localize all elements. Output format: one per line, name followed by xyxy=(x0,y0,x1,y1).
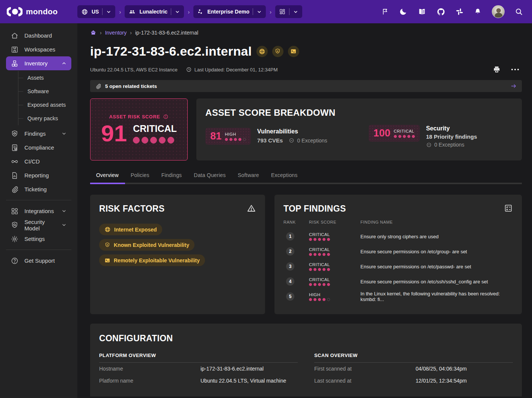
priority-findings-count: 18 Priority findings xyxy=(426,133,477,140)
breadcrumb-home-icon[interactable] xyxy=(90,29,96,36)
asset-risk-score-value: 91 xyxy=(101,122,127,145)
sidebar-item-findings[interactable]: Findings xyxy=(6,127,71,141)
workspaces-icon xyxy=(11,45,19,54)
organization-label: Lunalectric xyxy=(139,9,167,15)
topbar-actions xyxy=(381,5,532,18)
internet-exposed-indicator[interactable] xyxy=(256,46,268,57)
finding-rank: 3 xyxy=(286,262,294,271)
organization-selector[interactable]: Lunalectric xyxy=(125,5,184,18)
tickets-banner-arrow[interactable] xyxy=(510,83,517,89)
finding-rank: 4 xyxy=(286,277,294,286)
sidebar-item-settings[interactable]: Settings xyxy=(6,232,71,246)
finding-name: In the Linux kernel, the following vulne… xyxy=(360,291,513,302)
risk-factors-title: RISK FACTORS xyxy=(99,204,164,214)
sidebar-item-integrations[interactable]: Integrations xyxy=(6,204,71,218)
sidebar-item-dashboard[interactable]: Dashboard xyxy=(6,29,71,42)
risk-factor-remotely-exploitable[interactable]: Remotely Exploitable Vulnerability xyxy=(99,254,205,266)
security-label: Security xyxy=(426,125,477,132)
table-row[interactable]: 2 CRITICAL Ensure secure permissions on … xyxy=(283,244,513,259)
more-options-button[interactable] xyxy=(511,69,519,70)
sidebar-item-assets[interactable]: Assets xyxy=(18,71,77,85)
known-exploited-indicator[interactable] xyxy=(272,46,283,57)
top-findings-card: TOP FINDINGS RANK RISK SCORE FINDING NAM… xyxy=(274,195,522,314)
sidebar-item-ticketing[interactable]: Ticketing xyxy=(6,182,71,196)
table-row[interactable]: 4 CRITICAL Ensure secure permissions on … xyxy=(283,274,513,289)
documentation-button[interactable] xyxy=(417,8,427,16)
breakdown-title: ASSET SCORE BREAKDOWN xyxy=(205,107,513,118)
tab-data-queries[interactable]: Data Queries xyxy=(188,168,232,183)
sidebar-item-get-support[interactable]: Get Support xyxy=(6,254,71,268)
chevron-down-icon[interactable] xyxy=(61,208,67,214)
tab-policies[interactable]: Policies xyxy=(125,168,155,183)
table-row[interactable]: 1 CRITICAL Ensure only strong ciphers ar… xyxy=(283,229,513,244)
sidebar-item-inventory[interactable]: Inventory xyxy=(6,56,71,70)
sidebar-item-label: Ticketing xyxy=(24,186,47,192)
sidebar-item-exposed-assets[interactable]: Exposed assets xyxy=(18,98,77,112)
user-avatar[interactable] xyxy=(492,5,505,18)
home-icon xyxy=(11,32,19,40)
table-row[interactable]: 3 CRITICAL Ensure secure permissions on … xyxy=(283,259,513,274)
config-value: Ubuntu 22.04.5 LTS, Virtual machine xyxy=(200,378,298,384)
sidebar-item-label: Compliance xyxy=(24,144,54,151)
avatar xyxy=(492,5,505,18)
sidebar-item-software[interactable]: Software xyxy=(18,85,77,98)
risk-factor-known-exploited[interactable]: Known Exploited Vulnerability xyxy=(99,239,194,251)
github-icon xyxy=(437,8,445,16)
shield-x-icon xyxy=(104,242,110,248)
config-row: Last scanned at 12/01/25, 12:34:54pm xyxy=(314,375,513,387)
remote-exploit-indicator[interactable] xyxy=(288,46,299,57)
sidebar-divider xyxy=(6,250,71,250)
minus-circle-icon xyxy=(426,142,432,148)
tab-exceptions[interactable]: Exceptions xyxy=(265,168,303,183)
subitem-label: Exposed assets xyxy=(27,102,66,108)
github-button[interactable] xyxy=(437,8,445,16)
chevron-down-icon[interactable] xyxy=(61,222,67,228)
scope-selector: US › Lunalectric › Enterprise Demo › xyxy=(77,5,302,18)
scan-overview-header: SCAN OVERVIEW xyxy=(314,353,513,363)
dark-mode-toggle[interactable] xyxy=(399,8,407,16)
related-tickets-banner[interactable]: 5 open related tickets xyxy=(90,80,522,92)
chevron-down-icon[interactable] xyxy=(256,9,262,15)
finding-dots xyxy=(309,298,356,301)
chevron-down-icon[interactable] xyxy=(106,9,112,15)
slack-button[interactable] xyxy=(455,8,464,16)
finding-name: Ensure secure permissions on /etc/passwd… xyxy=(360,264,513,269)
risk-factor-internet-exposed[interactable]: Internet Exposed xyxy=(99,224,162,235)
feature-flag-button[interactable] xyxy=(381,8,389,16)
sidebar-item-compliance[interactable]: Compliance xyxy=(6,141,71,154)
sidebar-item-workspaces[interactable]: Workspaces xyxy=(6,42,71,56)
search-button[interactable] xyxy=(515,8,523,16)
workspace-selector[interactable] xyxy=(275,5,302,18)
workspace-grid-icon xyxy=(279,8,286,15)
config-value: 12/01/25, 12:34:54pm xyxy=(416,378,513,384)
sidebar-item-query-packs[interactable]: Query packs xyxy=(18,112,77,125)
security-severity: CRITICAL xyxy=(394,129,415,133)
chevron-down-icon[interactable] xyxy=(175,9,180,15)
tab-findings[interactable]: Findings xyxy=(155,168,188,183)
chevron-down-icon[interactable] xyxy=(61,131,67,136)
finding-rank: 2 xyxy=(286,247,294,256)
asset-score-breakdown-card: ASSET SCORE BREAKDOWN 81 HIGH xyxy=(196,98,522,160)
integrations-icon xyxy=(11,207,19,215)
notifications-button[interactable] xyxy=(474,8,482,16)
space-selector[interactable]: Enterprise Demo xyxy=(193,5,266,18)
findings-checklist-button[interactable] xyxy=(504,204,513,213)
sidebar-item-cicd[interactable]: CI/CD xyxy=(6,154,71,168)
region-selector[interactable]: US xyxy=(77,5,115,18)
sidebar-item-security-model[interactable]: Security Model xyxy=(6,218,71,232)
sidebar-item-reporting[interactable]: Reporting xyxy=(6,168,71,182)
config-row: First scanned at 04/08/25, 04:06:34pm xyxy=(314,363,513,375)
mondoo-logo[interactable]: mondoo xyxy=(0,7,77,17)
config-row: Platform name Ubuntu 22.04.5 LTS, Virtua… xyxy=(99,375,298,387)
chevron-up-icon[interactable] xyxy=(61,61,67,66)
column-header-finding-name: FINDING NAME xyxy=(360,220,513,224)
table-row[interactable]: 5 HIGH In the Linux kernel, the followin… xyxy=(283,289,513,304)
tab-software[interactable]: Software xyxy=(232,168,265,183)
info-icon[interactable] xyxy=(163,114,169,120)
inventory-subnav: Assets Software Exposed assets Query pac… xyxy=(18,71,77,125)
tab-overview[interactable]: Overview xyxy=(90,168,125,183)
clock-icon xyxy=(186,67,192,73)
chevron-down-icon[interactable] xyxy=(293,9,298,15)
breadcrumb-link-inventory[interactable]: Inventory xyxy=(105,30,127,36)
print-button[interactable] xyxy=(493,65,501,74)
